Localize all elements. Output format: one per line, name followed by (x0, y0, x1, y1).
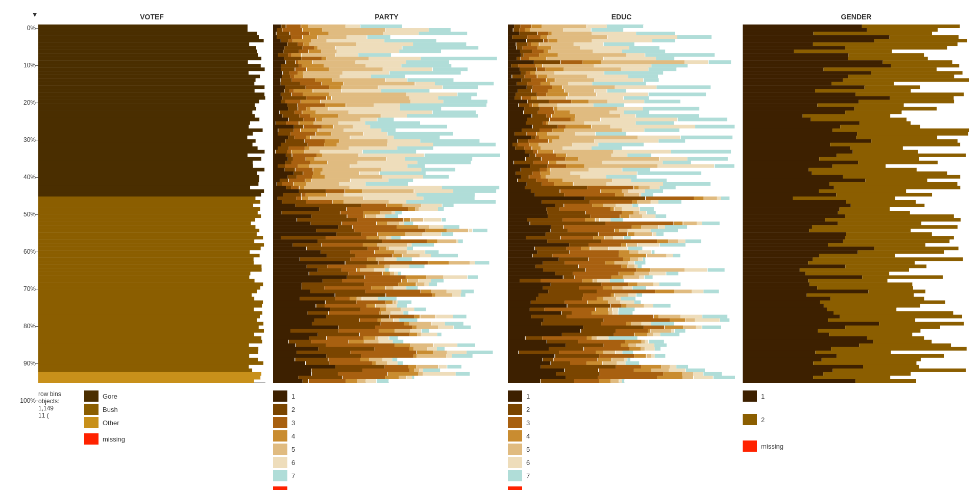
educ-6-label: 6 (526, 459, 530, 467)
party-2-label: 2 (291, 406, 295, 413)
votef-legend: row bins objects: 1,149 11 ( Gore (38, 388, 265, 485)
votef-missing-row: missing (84, 433, 125, 445)
party-1-label: 1 (291, 393, 295, 400)
votef-chart (38, 24, 265, 383)
gender-canvas (743, 24, 970, 383)
gender-spacer2 (743, 427, 970, 437)
party-2-row: 2 (273, 404, 500, 415)
y-tick-90%: 90% (23, 360, 36, 367)
educ-4-box (508, 430, 522, 442)
educ-2-box (508, 404, 522, 415)
objects-value: 1,149 (38, 405, 84, 412)
party-6-row: 6 (273, 457, 500, 468)
educ-1-box (508, 390, 522, 402)
y-tick-0%: 0% (27, 24, 36, 32)
party-missing-label: missing (291, 488, 314, 491)
gender-1-row: 1 (743, 390, 970, 402)
party-7-box (273, 470, 287, 481)
gender-title: GENDER (743, 9, 970, 24)
gender-missing-row: missing (743, 440, 970, 452)
educ-4-label: 4 (526, 432, 530, 440)
gender-2-box (743, 414, 757, 425)
y-tick-40%: 40% (23, 174, 36, 181)
gender-spacer (743, 404, 970, 414)
gore-legend-label: Gore (103, 393, 117, 400)
educ-title: EDUC (508, 9, 735, 24)
party-6-label: 6 (291, 459, 295, 467)
educ-6-box (508, 457, 522, 468)
party-1-row: 1 (273, 390, 500, 402)
other-legend-box (84, 417, 99, 428)
party-2-box (273, 404, 287, 415)
gender-1-label: 1 (761, 393, 765, 400)
educ-missing-box (508, 486, 522, 490)
votef-canvas (38, 24, 265, 383)
gore-legend-box (84, 390, 99, 402)
educ-7-row: 7 (508, 470, 735, 481)
extra-info: 11 ( (38, 412, 84, 419)
educ-7-label: 7 (526, 472, 530, 480)
educ-legend-items: 1 2 3 4 5 (508, 390, 735, 490)
educ-5-row: 5 (508, 444, 735, 455)
y-tick-20%: 20% (23, 99, 36, 106)
objects-label: objects: (38, 398, 84, 405)
votef-title: VOTEF (38, 9, 265, 24)
gore-legend-row: Gore (84, 390, 125, 402)
party-1-box (273, 390, 287, 402)
y-axis: ▼ 0%10%20%30%40%50%60%70%80%90%100% (10, 5, 38, 485)
party-4-box (273, 430, 287, 442)
educ-4-row: 4 (508, 430, 735, 442)
left-info: row bins objects: 1,149 11 ( (38, 388, 84, 419)
educ-5-label: 5 (526, 446, 530, 453)
party-missing-row: missing (273, 486, 500, 490)
educ-1-label: 1 (526, 393, 530, 400)
party-5-box (273, 444, 287, 455)
bush-legend-row: Bush (84, 404, 125, 415)
bush-legend-label: Bush (103, 406, 118, 413)
y-tick-100%: 100% (20, 397, 36, 404)
educ-missing-label: missing (526, 488, 549, 491)
votef-legend-items: Gore Bush Other missing (84, 388, 125, 445)
party-3-row: 3 (273, 417, 500, 428)
educ-3-row: 3 (508, 417, 735, 428)
party-3-box (273, 417, 287, 428)
party-missing-box (273, 486, 287, 490)
y-tick-10%: 10% (23, 62, 36, 69)
charts-row: VOTEF PARTY EDUC GENDER (38, 5, 970, 383)
other-legend-label: Other (103, 419, 119, 427)
educ-column: EDUC (508, 9, 735, 383)
gender-1-box (743, 390, 757, 402)
educ-3-box (508, 417, 522, 428)
legends-row: row bins objects: 1,149 11 ( Gore (38, 383, 970, 485)
gender-legend-items: 1 2 missing (743, 390, 970, 452)
party-chart (273, 24, 500, 383)
votef-missing-label: missing (103, 435, 125, 443)
educ-legend: 1 2 3 4 5 (508, 388, 735, 485)
y-tick-70%: 70% (23, 285, 36, 292)
gender-missing-label: missing (761, 443, 783, 450)
party-column: PARTY (273, 9, 500, 383)
votef-column: VOTEF (38, 9, 265, 383)
party-7-row: 7 (273, 470, 500, 481)
y-tick-30%: 30% (23, 136, 36, 143)
votef-missing-box (84, 433, 99, 445)
educ-7-box (508, 470, 522, 481)
sort-arrow[interactable]: ▼ (31, 10, 38, 18)
educ-3-label: 3 (526, 419, 530, 427)
educ-canvas (508, 24, 735, 383)
educ-5-box (508, 444, 522, 455)
party-canvas (273, 24, 500, 383)
main-container: ▼ 0%10%20%30%40%50%60%70%80%90%100% VOTE… (0, 0, 980, 490)
educ-2-row: 2 (508, 404, 735, 415)
gender-chart (743, 24, 970, 383)
gender-missing-box (743, 440, 757, 452)
party-4-row: 4 (273, 430, 500, 442)
party-legend: 1 2 3 4 5 (273, 388, 500, 485)
party-3-label: 3 (291, 419, 295, 427)
party-4-label: 4 (291, 432, 295, 440)
educ-6-row: 6 (508, 457, 735, 468)
bush-legend-box (84, 404, 99, 415)
educ-missing-row: missing (508, 486, 735, 490)
y-tick-80%: 80% (23, 323, 36, 330)
educ-chart (508, 24, 735, 383)
